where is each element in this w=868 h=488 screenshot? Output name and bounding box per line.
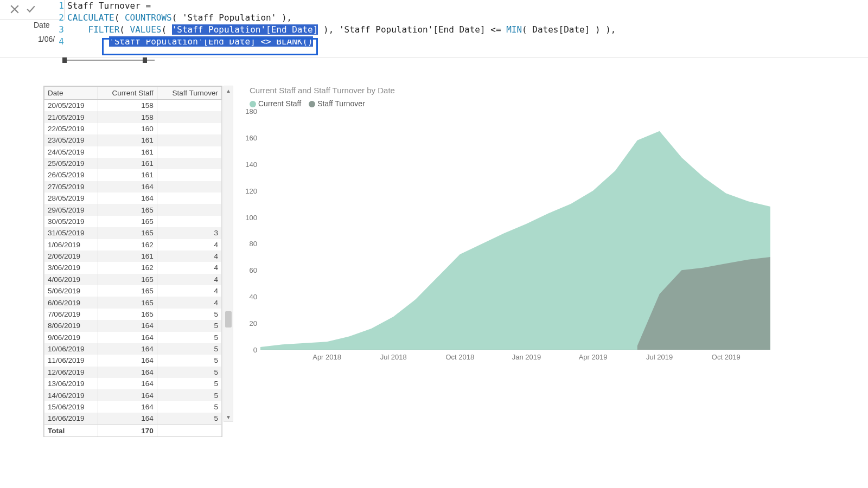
table-row[interactable]: 26/05/2019161 — [44, 169, 222, 181]
table-row[interactable]: 10/06/20191645 — [44, 343, 222, 355]
table-row[interactable]: 12/06/20191645 — [44, 367, 222, 378]
table-row[interactable]: 5/06/20191654 — [44, 285, 222, 297]
y-tick-label: 80 — [250, 240, 257, 248]
y-tick-label: 120 — [245, 187, 257, 195]
legend-current: Current Staff — [258, 99, 301, 108]
y-tick-label: 40 — [250, 293, 257, 301]
x-tick-label: Jan 2019 — [512, 353, 541, 361]
date-slider[interactable] — [62, 57, 155, 63]
x-tick-label: Oct 2019 — [712, 353, 741, 361]
table-row[interactable]: 9/06/20191645 — [44, 332, 222, 343]
x-tick-label: Oct 2018 — [445, 353, 474, 361]
table-row[interactable]: 30/05/2019165 — [44, 216, 222, 227]
table-row[interactable]: 14/06/20191645 — [44, 389, 222, 401]
table-row[interactable]: 28/05/2019164 — [44, 192, 222, 204]
table-row[interactable]: 1/06/20191624 — [44, 239, 222, 251]
table-row[interactable]: 13/06/20191645 — [44, 378, 222, 389]
scroll-down-icon[interactable]: ▼ — [224, 413, 233, 421]
table-row[interactable]: 3/06/20191624 — [44, 262, 222, 273]
dax-editor[interactable]: 1Staff Turnover = 2CALCULATE( COUNTROWS(… — [54, 0, 868, 48]
x-tick-label: Apr 2018 — [312, 353, 341, 361]
background-cell-value: 1/06/ — [38, 35, 55, 43]
col-date[interactable]: Date — [44, 87, 98, 100]
x-tick-label: Jul 2018 — [380, 353, 407, 361]
total-label: Total — [44, 425, 98, 436]
table-row[interactable]: 29/05/2019165 — [44, 204, 222, 215]
background-header-label: Date — [34, 21, 50, 29]
table-row[interactable]: 31/05/20191653 — [44, 227, 222, 239]
table-row[interactable]: 23/05/2019161 — [44, 134, 222, 146]
col-current-staff[interactable]: Current Staff — [98, 87, 157, 100]
scroll-thumb[interactable] — [225, 311, 232, 328]
table-row[interactable]: 7/06/20191655 — [44, 309, 222, 320]
x-tick-label: Jul 2019 — [646, 353, 673, 361]
y-tick-label: 180 — [245, 107, 257, 115]
table-row[interactable]: 4/06/20191654 — [44, 274, 222, 285]
table-row[interactable]: 2/06/20191614 — [44, 251, 222, 262]
y-tick-label: 100 — [245, 213, 257, 221]
col-staff-turnover[interactable]: Staff Turnover — [157, 87, 221, 100]
chart-legend: Current Staff Staff Turnover — [250, 99, 770, 108]
y-tick-label: 160 — [245, 133, 257, 142]
table-row[interactable]: 22/05/2019160 — [44, 123, 222, 134]
y-tick-label: 60 — [250, 266, 257, 274]
table-row[interactable]: 16/06/20191645 — [44, 413, 222, 425]
table-row[interactable]: 20/05/2019158 — [44, 100, 222, 112]
y-tick-label: 140 — [245, 160, 257, 168]
table-row[interactable]: 21/05/2019158 — [44, 111, 222, 123]
total-turnover — [157, 425, 221, 436]
table-row[interactable]: 6/06/20191654 — [44, 297, 222, 308]
table-row[interactable]: 25/05/2019161 — [44, 158, 222, 169]
y-tick-label: 0 — [253, 346, 257, 354]
legend-turnover: Staff Turnover — [317, 99, 365, 108]
table-row[interactable]: 11/06/20191645 — [44, 355, 222, 366]
table-scrollbar[interactable]: ▲ ▼ — [224, 86, 233, 422]
total-current: 170 — [98, 425, 157, 436]
chart-title: Current Staff and Staff Turnover by Date — [250, 86, 770, 95]
area-chart[interactable]: Current Staff and Staff Turnover by Date… — [250, 86, 770, 350]
x-tick-label: Apr 2019 — [579, 353, 608, 361]
cancel-icon[interactable] — [10, 4, 20, 16]
y-tick-label: 20 — [250, 319, 257, 328]
data-table[interactable]: Date Current Staff Staff Turnover 20/05/… — [43, 86, 222, 437]
scroll-up-icon[interactable]: ▲ — [224, 86, 233, 95]
table-row[interactable]: 8/06/20191645 — [44, 320, 222, 331]
commit-icon[interactable] — [26, 4, 36, 16]
table-row[interactable]: 27/05/2019164 — [44, 181, 222, 192]
chart-plot-area: 020406080100120140160180Apr 2018Jul 2018… — [260, 111, 770, 350]
table-row[interactable]: 15/06/20191645 — [44, 401, 222, 413]
table-row[interactable]: 24/05/2019161 — [44, 146, 222, 158]
formula-bar: Date 1/06/ 1Staff Turnover = 2CALCULATE(… — [0, 0, 868, 57]
